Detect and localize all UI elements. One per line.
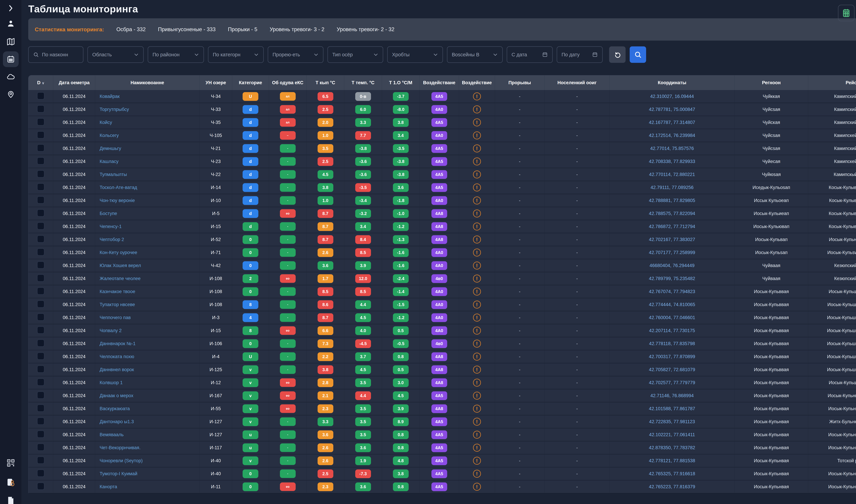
lake-name-link[interactable]: Кольсегу: [95, 133, 199, 138]
lake-name-link[interactable]: Жалеотапе чеолее: [95, 276, 199, 281]
coordinates-link[interactable]: 42.101588, 77.861787: [649, 406, 695, 411]
row-checkbox[interactable]: [37, 131, 44, 139]
filter-district-dropdown[interactable]: По районон: [148, 47, 204, 63]
row-checkbox[interactable]: [37, 170, 44, 178]
warning-icon[interactable]: !: [473, 158, 481, 165]
table-row[interactable]: 06.11.2024Даннвнел ворокИ-125v-3.84.50.5…: [29, 363, 856, 376]
table-row[interactable]: 06.11.2024Тупактор нвсевеИ-1088-8.64.4-1…: [29, 298, 856, 311]
row-checkbox[interactable]: [37, 144, 44, 151]
column-header-14[interactable]: Регноон: [735, 75, 808, 90]
filter-basins-dropdown[interactable]: Воsсейны В: [447, 47, 503, 63]
row-checkbox[interactable]: [37, 444, 44, 451]
warning-icon[interactable]: !: [473, 313, 481, 322]
lake-name-link[interactable]: Казнчакое твоое: [95, 289, 199, 294]
filter-breakout-dropdown[interactable]: Прорею-еть: [268, 47, 323, 63]
row-checkbox[interactable]: [37, 105, 44, 112]
table-row[interactable]: 06.11.2024Дантонаро ы1.3И-127v-3.33.58.9…: [29, 415, 856, 428]
coordinates-link[interactable]: 42.765223, 77.816379: [649, 484, 695, 489]
coordinates-link[interactable]: 42.702167, 77.383027: [649, 237, 695, 242]
coordinates-link[interactable]: 42.700317, 77.870899: [649, 354, 695, 359]
warning-icon[interactable]: !: [473, 340, 481, 347]
warning-icon[interactable]: !: [473, 457, 481, 465]
row-checkbox[interactable]: [37, 456, 44, 464]
lake-name-link[interactable]: Койсу: [95, 120, 199, 125]
row-checkbox[interactable]: [37, 287, 44, 295]
table-row[interactable]: 06.11.2024ВемяваaльИ-127u-3.63.50.84А5!-…: [29, 428, 856, 442]
warning-icon[interactable]: !: [473, 301, 481, 308]
row-checkbox[interactable]: [37, 326, 44, 334]
lake-name-link[interactable]: Кашласу: [95, 159, 199, 164]
row-checkbox[interactable]: [37, 470, 44, 477]
coordinates-link[interactable]: 42.77014, 75.857576: [650, 146, 694, 151]
warning-icon[interactable]: !: [473, 483, 481, 491]
coordinates-link[interactable]: 42.207114, 77.730175: [649, 328, 695, 333]
warning-icon[interactable]: !: [473, 366, 481, 374]
coordinates-link[interactable]: 42.102221, 77.061411: [649, 432, 695, 437]
table-row[interactable]: 06.11.2024ТупмалылтыЧ-22d-4.5-3.6-3.84А5…: [29, 168, 856, 181]
table-row[interactable]: 06.11.2024ВаскуркаюатаИ-55vео2.33.53.94А…: [29, 402, 856, 415]
warning-icon[interactable]: !: [473, 92, 481, 100]
column-header-2[interactable]: Намиковоанне: [95, 75, 200, 90]
warning-icon[interactable]: !: [473, 288, 481, 295]
table-row[interactable]: 06.11.2024Чоноревли (Sеутор)И-40v-2.61.9…: [29, 454, 856, 467]
warning-icon[interactable]: !: [473, 144, 481, 152]
coordinates-link[interactable]: 42.765325, 77.916618: [649, 471, 695, 476]
warning-icon[interactable]: !: [473, 170, 481, 178]
sidebar-item-map-icon[interactable]: [6, 37, 16, 47]
column-header-13[interactable]: Координаты: [610, 75, 735, 90]
row-checkbox[interactable]: [37, 183, 44, 191]
table-row[interactable]: 06.11.2024Даннвнарок №-1И-1060-7.3-4.5-0…: [29, 337, 856, 350]
lake-name-link[interactable]: Тупактор нвсеве: [95, 302, 199, 307]
filter-region-dropdown[interactable]: Область: [88, 47, 144, 63]
warning-icon[interactable]: !: [473, 327, 481, 335]
coordinates-link[interactable]: 42.760004, 77.046601: [649, 315, 695, 320]
warning-icon[interactable]: !: [473, 119, 481, 126]
coordinates-link[interactable]: 42.167787, 77.314807: [649, 120, 695, 125]
warning-icon[interactable]: !: [473, 431, 481, 438]
row-checkbox[interactable]: [37, 222, 44, 230]
warning-icon[interactable]: !: [473, 131, 481, 139]
lake-name-link[interactable]: Чептобор 2: [95, 237, 199, 242]
coordinates-link[interactable]: 42.722835, 77.981123: [649, 419, 695, 424]
warning-icon[interactable]: !: [473, 262, 481, 269]
warning-icon[interactable]: !: [473, 405, 481, 413]
row-checkbox[interactable]: [37, 118, 44, 125]
lake-name-link[interactable]: Чон-тюу веронie: [95, 198, 199, 203]
column-header-3[interactable]: УН озере: [200, 75, 232, 90]
coordinates-link[interactable]: 42.788881, 77.829805: [649, 198, 695, 203]
lake-name-link[interactable]: Боступе: [95, 211, 199, 216]
coordinates-link[interactable]: 42.705827, 72.681079: [649, 367, 695, 372]
export-excel-button[interactable]: [838, 5, 854, 21]
sidebar-item-document-icon[interactable]: [6, 496, 16, 504]
lake-name-link[interactable]: Даннвнарок №-1: [95, 341, 199, 346]
row-checkbox[interactable]: [37, 379, 44, 386]
warning-icon[interactable]: !: [473, 197, 481, 204]
table-row[interactable]: 06.11.2024Чепенсу-1И-15d-8.73.4-1.24А8!-…: [29, 220, 856, 233]
coordinates-link[interactable]: 42.767074, 77.794823: [649, 289, 695, 294]
column-header-11[interactable]: Прорывы: [495, 75, 545, 90]
sidebar-item-location-pin-icon[interactable]: [6, 89, 16, 99]
row-checkbox[interactable]: [37, 196, 44, 203]
lake-name-link[interactable]: Юлак Хошея верел: [95, 263, 199, 268]
column-header-9[interactable]: Воздействане: [420, 75, 459, 90]
row-checkbox[interactable]: [37, 262, 44, 269]
coordinates-link[interactable]: 42.310027, 16.09444: [650, 94, 694, 99]
table-row[interactable]: 06.11.2024Чет-Векоррнчивая.И-117u-2.63.6…: [29, 442, 856, 454]
coordinates-link[interactable]: 42.707177, 77.258999: [649, 250, 695, 255]
table-row[interactable]: 06.11.2024Юлак Хошея верелЧ-420-3.63.9-1…: [29, 259, 856, 272]
warning-icon[interactable]: !: [473, 470, 481, 478]
filter-lake-type-dropdown[interactable]: Тип осёр: [327, 47, 383, 63]
sidebar-expand-chevron-icon[interactable]: [6, 3, 16, 13]
column-header-15[interactable]: Рейон: [808, 75, 856, 90]
row-checkbox[interactable]: [37, 92, 44, 100]
column-header-0[interactable]: D∨: [29, 75, 53, 90]
lake-name-link[interactable]: Чоноревли (Sеутор): [95, 458, 199, 464]
lake-name-link[interactable]: Чеппочего пав: [95, 315, 199, 320]
coordinates-link[interactable]: 42.789799, 75.235482: [649, 276, 695, 281]
table-row[interactable]: 06.11.2024Данаак о мерохИ-167vео2.14.44.…: [29, 389, 856, 402]
table-row[interactable]: 06.11.2024ТоргутпрыбсуЧ-33dал2.56.0-8.04…: [29, 103, 856, 116]
table-row[interactable]: 06.11.2024Чептобор 2И-520-8.78.4-1.34А8!…: [29, 233, 856, 246]
table-row[interactable]: 06.11.2024КольсегуЧ-105d–1.07.73.44А0!--…: [29, 129, 856, 142]
coordinates-link[interactable]: 42.774444, 74.810065: [649, 302, 695, 307]
warning-icon[interactable]: !: [473, 392, 481, 400]
